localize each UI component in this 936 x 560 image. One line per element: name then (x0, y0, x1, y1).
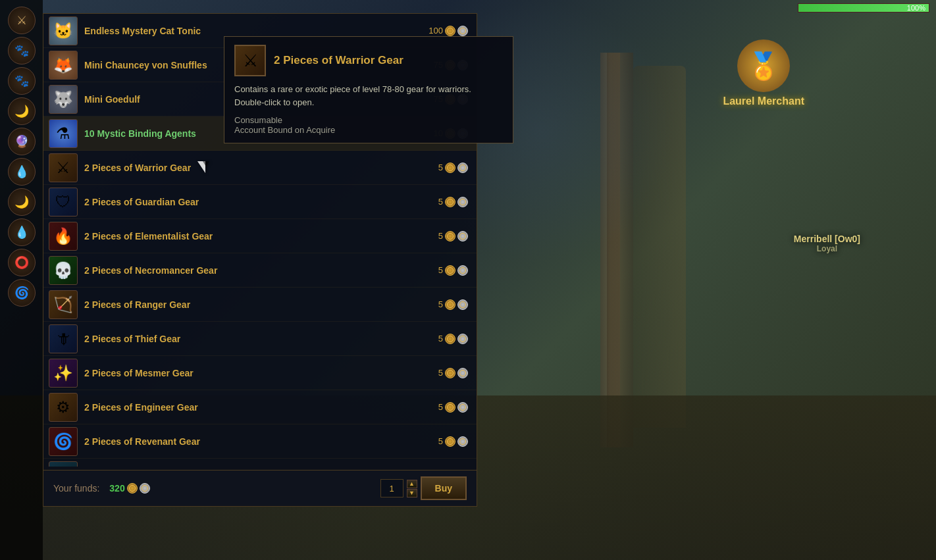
coin-icon-12 (445, 402, 455, 413)
shop-item-14[interactable]: 🎨 Unidentified Dye 5 (43, 459, 477, 467)
funds-amount: 320 (109, 483, 149, 494)
laurel-merchant-display: 🏅 Laurel Merchant (723, 39, 804, 107)
item-icon-8: 💀 (49, 256, 78, 285)
quantity-down[interactable]: ▼ (407, 489, 417, 497)
item-icon-11: ✨ (49, 359, 78, 388)
sidebar-icon-1[interactable]: ⚔ (8, 7, 36, 34)
left-sidebar: ⚔ 🐾 🐾 🌙 🔮 💧 🌙 💧 ⭕ 🌀 (0, 0, 43, 560)
coin-icon-12b (457, 402, 468, 413)
item-name-12: 2 Pieces of Engineer Gear (84, 402, 438, 413)
health-bar: 100% (798, 3, 929, 13)
coin-icon-1 (445, 26, 455, 36)
coin-icon-10 (445, 334, 455, 344)
tooltip-type-label: Consumable (234, 115, 503, 125)
item-icon-13: 🌀 (49, 427, 78, 456)
sidebar-icon-6[interactable]: 💧 (8, 158, 36, 186)
item-price-9: 5 (438, 299, 468, 310)
tooltip-description: Contains a rare or exotic piece of level… (234, 83, 503, 109)
quantity-up[interactable]: ▲ (407, 480, 417, 488)
coin-icon-6 (445, 197, 455, 207)
laurel-merchant-name: Laurel Merchant (723, 95, 804, 107)
sidebar-icon-10[interactable]: 🌀 (8, 279, 36, 307)
item-price-7: 5 (438, 231, 468, 242)
coin-icon-1b (457, 26, 468, 36)
health-text: 100% (907, 4, 925, 12)
item-name-5: 2 Pieces of Warrior Gear (84, 163, 438, 173)
tooltip-header: ⚔ 2 Pieces of Warrior Gear (234, 45, 503, 76)
coin-icon-9 (445, 299, 455, 310)
shop-item-8[interactable]: 💀 2 Pieces of Necromancer Gear 5 (43, 253, 477, 288)
shop-item-7[interactable]: 🔥 2 Pieces of Elementalist Gear 5 (43, 219, 477, 253)
item-name-6: 2 Pieces of Guardian Gear (84, 197, 438, 207)
item-price-6: 5 (438, 197, 468, 207)
shop-item-12[interactable]: ⚙ 2 Pieces of Engineer Gear 5 (43, 390, 477, 424)
item-name-8: 2 Pieces of Necromancer Gear (84, 265, 438, 276)
npc-title: Loyal (794, 244, 860, 253)
item-name-1: Endless Mystery Cat Tonic (84, 26, 429, 36)
shop-item-9[interactable]: 🏹 2 Pieces of Ranger Gear 5 (43, 288, 477, 322)
shop-item-6[interactable]: 🛡 2 Pieces of Guardian Gear 5 (43, 185, 477, 219)
tooltip-icon: ⚔ (234, 45, 266, 76)
top-hud: 100% (791, 0, 936, 16)
item-icon-1: 🐱 (49, 16, 78, 45)
sidebar-icon-8[interactable]: 💧 (8, 218, 36, 246)
item-price-11: 5 (438, 368, 468, 378)
sidebar-icon-5[interactable]: 🔮 (8, 128, 36, 155)
shop-item-13[interactable]: 🌀 2 Pieces of Revenant Gear 5 (43, 424, 477, 459)
shop-item-11[interactable]: ✨ 2 Pieces of Mesmer Gear 5 (43, 356, 477, 390)
item-name-11: 2 Pieces of Mesmer Gear (84, 368, 438, 378)
item-icon-10: 🗡 (49, 324, 78, 353)
funds-coin-1 (127, 483, 138, 494)
coin-icon-7 (445, 231, 455, 242)
funds-bar: Your funds: 320 ▲ ▼ Buy (43, 470, 477, 506)
item-name-9: 2 Pieces of Ranger Gear (84, 299, 438, 310)
item-name-10: 2 Pieces of Thief Gear (84, 334, 438, 344)
funds-label: Your funds: (53, 483, 99, 494)
tooltip-title: 2 Pieces of Warrior Gear (274, 54, 403, 67)
buy-button[interactable]: Buy (421, 476, 467, 500)
mouse-cursor (197, 161, 205, 173)
funds-coin-2 (140, 483, 150, 494)
quantity-control: ▲ ▼ Buy (380, 476, 467, 500)
coin-icon-9b (457, 299, 468, 310)
coin-icon-5 (445, 163, 455, 173)
npc-name-display: Merribell [Ow0] Loyal (794, 234, 860, 253)
health-display: 100% (798, 3, 929, 13)
tooltip-type: Consumable Account Bound on Acquire (234, 115, 503, 135)
item-price-1: 100 (429, 26, 468, 36)
item-name-13: 2 Pieces of Revenant Gear (84, 436, 438, 447)
item-price-12: 5 (438, 402, 468, 413)
item-price-5: 5 (438, 163, 468, 173)
item-icon-3: 🐺 (49, 85, 78, 114)
item-icon-4: ⚗ (49, 119, 78, 148)
coin-icon-11b (457, 368, 468, 378)
sidebar-icon-4[interactable]: 🌙 (8, 97, 36, 125)
item-icon-12: ⚙ (49, 393, 78, 422)
coin-icon-5b (457, 163, 468, 173)
sidebar-icon-7[interactable]: 🌙 (8, 188, 36, 216)
coin-icon-13 (445, 436, 455, 447)
shop-item-10[interactable]: 🗡 2 Pieces of Thief Gear 5 (43, 322, 477, 356)
sidebar-icon-2[interactable]: 🐾 (8, 37, 36, 64)
laurel-icon: 🏅 (737, 39, 790, 92)
item-price-8: 5 (438, 265, 468, 276)
item-price-13: 5 (438, 436, 468, 447)
quantity-arrows: ▲ ▼ (407, 480, 417, 497)
item-icon-6: 🛡 (49, 188, 78, 216)
sidebar-icon-3[interactable]: 🐾 (8, 67, 36, 95)
tooltip-binding-label: Account Bound on Acquire (234, 125, 503, 135)
coin-icon-11 (445, 368, 455, 378)
coin-icon-8 (445, 265, 455, 276)
coin-icon-10b (457, 334, 468, 344)
item-icon-2: 🦊 (49, 51, 78, 80)
item-name-7: 2 Pieces of Elementalist Gear (84, 231, 438, 242)
coin-icon-7b (457, 231, 468, 242)
sidebar-icon-9[interactable]: ⭕ (8, 249, 36, 276)
item-icon-7: 🔥 (49, 222, 78, 251)
quantity-input[interactable] (380, 479, 403, 497)
item-icon-5: ⚔ (49, 153, 78, 182)
item-tooltip: ⚔ 2 Pieces of Warrior Gear Contains a ra… (224, 36, 513, 143)
shop-item-5[interactable]: ⚔ 2 Pieces of Warrior Gear 5 (43, 151, 477, 185)
coin-icon-8b (457, 265, 468, 276)
coin-icon-13b (457, 436, 468, 447)
